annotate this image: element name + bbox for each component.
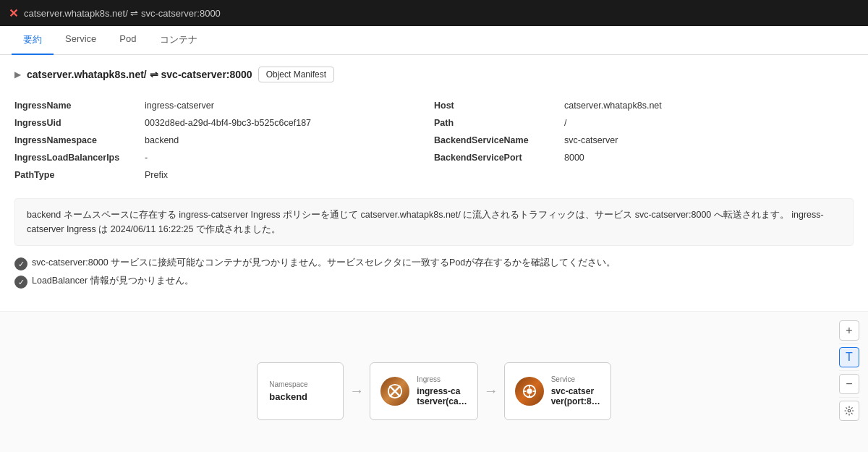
zoom-divider xyxy=(839,397,859,398)
details-left: IngressName ingress-catserver IngressUid… xyxy=(14,97,434,184)
tab-pod[interactable]: Pod xyxy=(108,26,148,55)
service-node: Service svc-catser ver(port:8… xyxy=(504,362,611,420)
detail-key: Path xyxy=(434,118,564,128)
alert-item: ✓ svc-catserver:8000 サービスに接続可能なコンテナが見つかり… xyxy=(14,255,854,273)
service-text-group: Service svc-catser ver(port:8… xyxy=(551,375,600,406)
ingress-name: ingress-ca tserver(ca… xyxy=(417,386,467,406)
service-name: svc-catser ver(port:8… xyxy=(551,386,600,406)
namespace-label: Namespace xyxy=(269,380,331,388)
ingress-label: Ingress xyxy=(417,375,467,383)
detail-value: svc-catserver xyxy=(564,135,618,145)
tab-summary[interactable]: 要約 xyxy=(12,26,54,55)
breadcrumb: catserver.whatapk8s.net/ ⇌ svc-catserver… xyxy=(24,8,221,19)
alert-text: LoadBalancer 情報が見つかりません。 xyxy=(32,275,194,287)
zoom-in-button[interactable]: + xyxy=(839,320,859,341)
detail-value: 8000 xyxy=(564,153,584,163)
zoom-divider xyxy=(839,344,859,344)
detail-key: BackendServicePort xyxy=(434,153,564,163)
zoom-settings-button[interactable] xyxy=(839,401,859,421)
details-grid: IngressName ingress-catserver IngressUid… xyxy=(14,97,854,184)
ingress-text-group: Ingress ingress-ca tserver(ca… xyxy=(417,375,467,406)
detail-value: ingress-catserver xyxy=(145,101,214,111)
detail-key: Host xyxy=(434,101,564,111)
detail-value: backend xyxy=(145,135,179,145)
detail-key: IngressName xyxy=(14,101,145,111)
detail-value: / xyxy=(564,118,566,128)
svg-point-4 xyxy=(527,388,532,393)
manifest-button[interactable]: Object Manifest xyxy=(258,67,334,82)
namespace-name: backend xyxy=(269,391,331,402)
detail-key: PathType xyxy=(14,170,145,180)
svg-point-9 xyxy=(848,409,851,412)
details-right: Host catserver.whatapk8s.net Path / Back… xyxy=(434,97,854,184)
detail-value: - xyxy=(145,153,148,163)
alert-icon: ✓ xyxy=(14,257,27,270)
detail-value: catserver.whatapk8s.net xyxy=(564,101,662,111)
zoom-reset-button[interactable]: T xyxy=(839,347,859,367)
detail-key: BackendServiceName xyxy=(434,135,564,145)
alert-item: ✓ LoadBalancer 情報が見つかりません。 xyxy=(14,273,854,291)
tab-service[interactable]: Service xyxy=(54,26,108,55)
detail-row: BackendServicePort 8000 xyxy=(434,149,854,166)
tab-bar: 要約 Service Pod コンテナ xyxy=(0,26,868,55)
detail-row: IngressUid 0032d8ed-a29d-4bf4-9bc3-b525c… xyxy=(14,114,434,132)
title-row: ▶ catserver.whatapk8s.net/ ⇌ svc-catserv… xyxy=(14,67,854,82)
detail-key: IngressUid xyxy=(14,118,145,128)
detail-value: 0032d8ed-a29d-4bf4-9bc3-b525c6cef187 xyxy=(145,118,311,128)
flow-arrow-2: → xyxy=(478,383,504,399)
page-title: catserver.whatapk8s.net/ ⇌ svc-catserver… xyxy=(27,69,252,80)
zoom-out-button[interactable]: − xyxy=(839,374,859,394)
detail-row: IngressNamespace backend xyxy=(14,132,434,149)
flow-diagram: Namespace backend → Ingress ingress-ca t… xyxy=(257,362,610,420)
zoom-divider xyxy=(839,370,859,371)
detail-value: Prefix xyxy=(145,170,168,180)
detail-row: PathType Prefix xyxy=(14,166,434,184)
namespace-node: Namespace backend xyxy=(257,362,344,420)
detail-row: IngressName ingress-catserver xyxy=(14,97,434,114)
tab-container[interactable]: コンテナ xyxy=(148,26,209,55)
flow-arrow-1: → xyxy=(344,383,370,399)
detail-row: BackendServiceName svc-catserver xyxy=(434,132,854,149)
main-content: ▶ catserver.whatapk8s.net/ ⇌ svc-catserv… xyxy=(0,55,868,311)
close-icon[interactable]: ✕ xyxy=(9,7,18,20)
ingress-icon xyxy=(380,377,409,406)
detail-row: Path / xyxy=(434,114,854,132)
detail-key: IngressLoadBalancerIps xyxy=(14,153,145,163)
detail-row: Host catserver.whatapk8s.net xyxy=(434,97,854,114)
detail-row: IngressLoadBalancerIps - xyxy=(14,149,434,166)
service-icon xyxy=(515,377,544,406)
expand-arrow[interactable]: ▶ xyxy=(14,69,21,80)
diagram-area: Namespace backend → Ingress ingress-ca t… xyxy=(0,311,868,452)
description-box: backend ネームスペースに存在する ingress-catserver I… xyxy=(14,198,854,246)
alert-icon: ✓ xyxy=(14,276,27,289)
top-bar: ✕ catserver.whatapk8s.net/ ⇌ svc-catserv… xyxy=(0,0,868,26)
alert-text: svc-catserver:8000 サービスに接続可能なコンテナが見つかりませ… xyxy=(32,257,616,269)
alerts-section: ✓ svc-catserver:8000 サービスに接続可能なコンテナが見つかり… xyxy=(14,255,854,291)
zoom-controls: + T − xyxy=(839,320,859,421)
detail-key: IngressNamespace xyxy=(14,135,145,145)
service-label: Service xyxy=(551,375,600,383)
ingress-node: Ingress ingress-ca tserver(ca… xyxy=(370,362,477,420)
